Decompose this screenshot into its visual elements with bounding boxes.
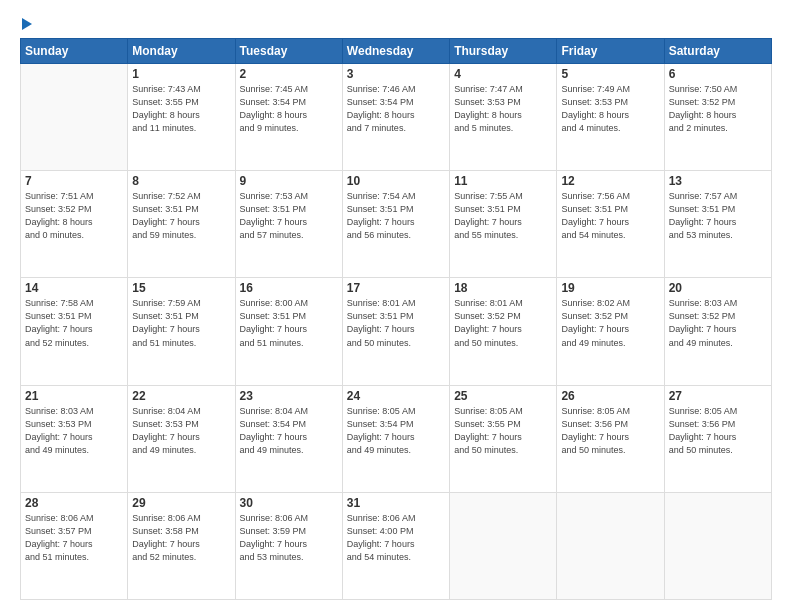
day-number: 1 [132,67,230,81]
calendar-cell: 8Sunrise: 7:52 AM Sunset: 3:51 PM Daylig… [128,171,235,278]
calendar-cell: 25Sunrise: 8:05 AM Sunset: 3:55 PM Dayli… [450,385,557,492]
day-info: Sunrise: 7:57 AM Sunset: 3:51 PM Dayligh… [669,190,767,242]
calendar-cell: 27Sunrise: 8:05 AM Sunset: 3:56 PM Dayli… [664,385,771,492]
day-number: 8 [132,174,230,188]
day-info: Sunrise: 7:55 AM Sunset: 3:51 PM Dayligh… [454,190,552,242]
day-number: 20 [669,281,767,295]
day-info: Sunrise: 8:01 AM Sunset: 3:51 PM Dayligh… [347,297,445,349]
day-number: 12 [561,174,659,188]
calendar-cell: 7Sunrise: 7:51 AM Sunset: 3:52 PM Daylig… [21,171,128,278]
day-number: 3 [347,67,445,81]
day-info: Sunrise: 7:47 AM Sunset: 3:53 PM Dayligh… [454,83,552,135]
logo-blue-container [20,18,32,30]
calendar-cell: 1Sunrise: 7:43 AM Sunset: 3:55 PM Daylig… [128,64,235,171]
calendar-cell: 28Sunrise: 8:06 AM Sunset: 3:57 PM Dayli… [21,492,128,599]
day-info: Sunrise: 8:01 AM Sunset: 3:52 PM Dayligh… [454,297,552,349]
calendar-cell: 3Sunrise: 7:46 AM Sunset: 3:54 PM Daylig… [342,64,449,171]
calendar-header-row: SundayMondayTuesdayWednesdayThursdayFrid… [21,39,772,64]
day-info: Sunrise: 7:46 AM Sunset: 3:54 PM Dayligh… [347,83,445,135]
day-number: 23 [240,389,338,403]
day-info: Sunrise: 8:00 AM Sunset: 3:51 PM Dayligh… [240,297,338,349]
calendar-cell [664,492,771,599]
calendar-week-1: 1Sunrise: 7:43 AM Sunset: 3:55 PM Daylig… [21,64,772,171]
calendar-cell: 26Sunrise: 8:05 AM Sunset: 3:56 PM Dayli… [557,385,664,492]
day-info: Sunrise: 8:06 AM Sunset: 3:58 PM Dayligh… [132,512,230,564]
day-number: 9 [240,174,338,188]
calendar-header-monday: Monday [128,39,235,64]
day-info: Sunrise: 8:06 AM Sunset: 4:00 PM Dayligh… [347,512,445,564]
day-number: 19 [561,281,659,295]
day-number: 5 [561,67,659,81]
calendar-cell: 18Sunrise: 8:01 AM Sunset: 3:52 PM Dayli… [450,278,557,385]
calendar-cell: 14Sunrise: 7:58 AM Sunset: 3:51 PM Dayli… [21,278,128,385]
day-number: 16 [240,281,338,295]
calendar-cell: 13Sunrise: 7:57 AM Sunset: 3:51 PM Dayli… [664,171,771,278]
day-info: Sunrise: 8:04 AM Sunset: 3:54 PM Dayligh… [240,405,338,457]
calendar-page: SundayMondayTuesdayWednesdayThursdayFrid… [0,0,792,612]
calendar-cell: 17Sunrise: 8:01 AM Sunset: 3:51 PM Dayli… [342,278,449,385]
day-info: Sunrise: 7:49 AM Sunset: 3:53 PM Dayligh… [561,83,659,135]
header [20,18,772,30]
calendar-week-5: 28Sunrise: 8:06 AM Sunset: 3:57 PM Dayli… [21,492,772,599]
day-number: 24 [347,389,445,403]
day-info: Sunrise: 8:06 AM Sunset: 3:57 PM Dayligh… [25,512,123,564]
calendar-cell: 29Sunrise: 8:06 AM Sunset: 3:58 PM Dayli… [128,492,235,599]
calendar-week-3: 14Sunrise: 7:58 AM Sunset: 3:51 PM Dayli… [21,278,772,385]
day-info: Sunrise: 7:51 AM Sunset: 3:52 PM Dayligh… [25,190,123,242]
day-info: Sunrise: 8:04 AM Sunset: 3:53 PM Dayligh… [132,405,230,457]
day-info: Sunrise: 7:53 AM Sunset: 3:51 PM Dayligh… [240,190,338,242]
day-info: Sunrise: 7:56 AM Sunset: 3:51 PM Dayligh… [561,190,659,242]
calendar-header-thursday: Thursday [450,39,557,64]
calendar-cell [21,64,128,171]
day-number: 30 [240,496,338,510]
calendar-header-saturday: Saturday [664,39,771,64]
day-number: 18 [454,281,552,295]
day-number: 14 [25,281,123,295]
calendar-cell: 5Sunrise: 7:49 AM Sunset: 3:53 PM Daylig… [557,64,664,171]
day-number: 29 [132,496,230,510]
calendar-cell: 16Sunrise: 8:00 AM Sunset: 3:51 PM Dayli… [235,278,342,385]
day-info: Sunrise: 8:06 AM Sunset: 3:59 PM Dayligh… [240,512,338,564]
calendar-cell: 31Sunrise: 8:06 AM Sunset: 4:00 PM Dayli… [342,492,449,599]
day-info: Sunrise: 7:45 AM Sunset: 3:54 PM Dayligh… [240,83,338,135]
day-number: 21 [25,389,123,403]
calendar-table: SundayMondayTuesdayWednesdayThursdayFrid… [20,38,772,600]
calendar-cell: 23Sunrise: 8:04 AM Sunset: 3:54 PM Dayli… [235,385,342,492]
calendar-cell: 19Sunrise: 8:02 AM Sunset: 3:52 PM Dayli… [557,278,664,385]
day-number: 17 [347,281,445,295]
day-number: 31 [347,496,445,510]
logo-triangle-icon [22,18,32,30]
calendar-cell: 12Sunrise: 7:56 AM Sunset: 3:51 PM Dayli… [557,171,664,278]
day-number: 10 [347,174,445,188]
calendar-week-2: 7Sunrise: 7:51 AM Sunset: 3:52 PM Daylig… [21,171,772,278]
day-info: Sunrise: 8:03 AM Sunset: 3:53 PM Dayligh… [25,405,123,457]
logo [20,18,32,30]
day-number: 26 [561,389,659,403]
calendar-header-friday: Friday [557,39,664,64]
calendar-cell: 22Sunrise: 8:04 AM Sunset: 3:53 PM Dayli… [128,385,235,492]
day-number: 6 [669,67,767,81]
day-info: Sunrise: 7:43 AM Sunset: 3:55 PM Dayligh… [132,83,230,135]
calendar-header-sunday: Sunday [21,39,128,64]
day-info: Sunrise: 8:05 AM Sunset: 3:56 PM Dayligh… [561,405,659,457]
calendar-header-tuesday: Tuesday [235,39,342,64]
calendar-cell: 21Sunrise: 8:03 AM Sunset: 3:53 PM Dayli… [21,385,128,492]
day-info: Sunrise: 8:05 AM Sunset: 3:54 PM Dayligh… [347,405,445,457]
calendar-cell: 24Sunrise: 8:05 AM Sunset: 3:54 PM Dayli… [342,385,449,492]
calendar-cell [557,492,664,599]
calendar-cell: 4Sunrise: 7:47 AM Sunset: 3:53 PM Daylig… [450,64,557,171]
calendar-cell: 15Sunrise: 7:59 AM Sunset: 3:51 PM Dayli… [128,278,235,385]
day-info: Sunrise: 8:03 AM Sunset: 3:52 PM Dayligh… [669,297,767,349]
day-number: 11 [454,174,552,188]
day-info: Sunrise: 7:59 AM Sunset: 3:51 PM Dayligh… [132,297,230,349]
day-info: Sunrise: 8:05 AM Sunset: 3:55 PM Dayligh… [454,405,552,457]
day-number: 22 [132,389,230,403]
calendar-cell: 20Sunrise: 8:03 AM Sunset: 3:52 PM Dayli… [664,278,771,385]
calendar-cell [450,492,557,599]
calendar-cell: 6Sunrise: 7:50 AM Sunset: 3:52 PM Daylig… [664,64,771,171]
day-info: Sunrise: 7:50 AM Sunset: 3:52 PM Dayligh… [669,83,767,135]
day-number: 15 [132,281,230,295]
day-info: Sunrise: 8:05 AM Sunset: 3:56 PM Dayligh… [669,405,767,457]
calendar-cell: 2Sunrise: 7:45 AM Sunset: 3:54 PM Daylig… [235,64,342,171]
calendar-cell: 10Sunrise: 7:54 AM Sunset: 3:51 PM Dayli… [342,171,449,278]
